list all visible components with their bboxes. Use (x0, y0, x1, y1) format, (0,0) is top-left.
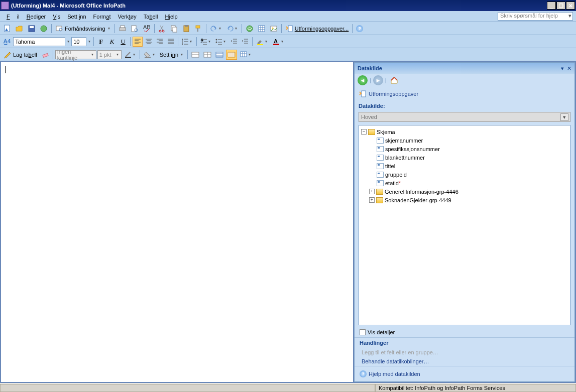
datasource-tree[interactable]: − Skjema skjemanummer spesifikasjonsnumm… (359, 125, 570, 325)
menu-view[interactable]: Vis (49, 13, 64, 21)
font-dropdown[interactable]: ▾ (66, 39, 70, 44)
help-datasource-link[interactable]: ? Hjelp med datakilden (355, 366, 574, 381)
help-search-input[interactable]: Skriv spørsmål for hjelp (498, 12, 573, 21)
highlight-icon[interactable]: ▾ (255, 37, 270, 47)
folder-icon (368, 129, 375, 135)
tree-field[interactable]: gruppeid (360, 170, 569, 179)
nav-home-icon[interactable] (389, 75, 400, 85)
menu-table[interactable]: Tabell (140, 13, 162, 21)
align-left-icon[interactable] (133, 37, 143, 47)
minimize-button[interactable]: _ (547, 2, 556, 10)
show-details-check[interactable]: Vis detaljer (355, 327, 574, 337)
size-dropdown[interactable]: ▾ (87, 39, 91, 44)
italic-icon[interactable]: K (107, 37, 117, 47)
insert-picture-icon[interactable] (268, 24, 279, 34)
field-icon (377, 146, 384, 152)
manage-connections-link[interactable]: Behandle datatilkoblinger… (355, 357, 574, 366)
copy-icon[interactable] (169, 24, 180, 34)
design-canvas[interactable] (1, 62, 353, 382)
font-name-input[interactable] (13, 37, 65, 46)
redo-icon[interactable]: ▾ (224, 24, 240, 34)
nav-back-icon[interactable]: ◄ (358, 75, 368, 85)
indent-icon[interactable] (240, 37, 250, 47)
publish-icon[interactable] (38, 24, 49, 34)
bullets-icon[interactable]: ▾ (214, 37, 228, 47)
split-cells-icon[interactable] (202, 50, 213, 60)
font-color-icon[interactable]: A▾ (271, 37, 286, 47)
align-right-icon[interactable] (155, 37, 165, 47)
bold-icon[interactable]: F (96, 37, 106, 47)
add-field-link: Legg til et felt eller en gruppe… (355, 348, 574, 357)
insert-menu-button[interactable]: Sett inn▾ (158, 50, 185, 60)
open-icon[interactable] (14, 24, 25, 34)
draw-table-button[interactable]: Lag tabell (2, 50, 39, 60)
format-painter-icon[interactable] (193, 24, 204, 34)
tree-field[interactable]: spesifikasjonsnummer (360, 145, 569, 153)
save-icon[interactable] (26, 24, 37, 34)
align-center-icon[interactable] (144, 37, 154, 47)
field-icon (377, 155, 384, 161)
font-size-input[interactable] (71, 37, 86, 46)
taskpane-close-icon[interactable]: ✕ (567, 65, 571, 72)
underline-icon[interactable]: U (118, 37, 128, 47)
tree-field[interactable]: tittel (360, 162, 569, 170)
titlebar: (Utforming) Mal4 - Microsoft Office Info… (0, 0, 576, 11)
design-tasks-link[interactable]: Utformingsoppgaver (355, 87, 574, 101)
cut-icon[interactable] (157, 24, 168, 34)
svg-rect-38 (241, 52, 247, 57)
dist-cols-icon[interactable] (226, 50, 237, 60)
paste-icon[interactable] (181, 24, 192, 34)
folder-icon (376, 197, 383, 203)
preview-button[interactable]: Forhåndsvisning▾ (54, 24, 112, 34)
menu-help[interactable]: Hjelp (162, 13, 181, 21)
maximize-button[interactable]: ❐ (556, 2, 565, 10)
tree-group[interactable]: +SoknadenGjelder-grp-4449 (360, 196, 569, 204)
svg-text:ABC: ABC (143, 25, 151, 30)
nav-forward-icon[interactable]: ► (373, 75, 383, 85)
menu-file[interactable]: Fil (3, 13, 23, 21)
menu-insert[interactable]: Sett inn (64, 13, 89, 21)
close-button[interactable]: ✕ (566, 2, 575, 10)
undo-icon[interactable]: ▾ (208, 24, 223, 34)
fill-color-icon[interactable]: ▾ (142, 50, 157, 60)
tree-field-required[interactable]: etatid* (360, 179, 569, 187)
border-style-select[interactable]: Ingen kantlinje▾ (55, 50, 96, 59)
menu-edit[interactable]: Rediger (23, 13, 50, 21)
hyperlink-icon[interactable] (244, 24, 255, 34)
eraser-icon[interactable] (40, 50, 51, 60)
expand-icon[interactable]: + (369, 197, 375, 203)
merge-cells-icon[interactable] (190, 50, 201, 60)
checkbox-icon[interactable] (360, 329, 366, 335)
menu-tools[interactable]: Verktøy (114, 13, 140, 21)
new-designer-icon[interactable] (2, 24, 13, 34)
svg-point-3 (41, 26, 47, 32)
print-preview-icon[interactable] (129, 24, 140, 34)
formatting-toolbar: A̲4 ▾ ▾ F K U ▾ 12▾ ▾ ▾ A▾ (0, 35, 576, 48)
svg-rect-17 (196, 26, 200, 28)
tree-field[interactable]: blankettnummer (360, 153, 569, 162)
collapse-icon[interactable]: − (361, 129, 367, 135)
tree-field[interactable]: skjemanummer (360, 136, 569, 145)
tree-root[interactable]: − Skjema (360, 127, 569, 136)
numbering-icon[interactable]: 12▾ (199, 37, 213, 47)
table-toolbar: Lag tabell Ingen kantlinje▾ 1 pkt▾ ▾ ▾ S… (0, 48, 576, 61)
line-spacing-icon[interactable]: ▾ (180, 37, 194, 47)
font-prefix-icon[interactable]: A̲4 (2, 37, 12, 47)
help-icon[interactable]: ? (355, 24, 365, 34)
align-justify-icon[interactable] (166, 37, 176, 47)
insert-table-icon[interactable] (256, 24, 267, 34)
print-icon[interactable] (117, 24, 128, 34)
datasource-select[interactable]: Hoved (359, 112, 570, 122)
dist-rows-icon[interactable] (214, 50, 225, 60)
app-icon (1, 2, 9, 10)
outdent-icon[interactable] (229, 37, 239, 47)
border-width-select[interactable]: 1 pkt▾ (97, 50, 122, 59)
border-color-icon[interactable]: ▾ (123, 50, 138, 60)
menu-format[interactable]: Format (90, 13, 114, 21)
table-properties-icon[interactable]: ▾ (238, 50, 253, 60)
expand-icon[interactable]: + (369, 189, 375, 194)
tree-group[interactable]: +GenerellInformasjon-grp-4446 (360, 187, 569, 196)
taskpane-menu-icon[interactable]: ▾ (561, 65, 564, 72)
design-tasks-button[interactable]: Utformingsoppgaver... (284, 24, 351, 34)
spellcheck-icon[interactable]: ABC (141, 24, 152, 34)
